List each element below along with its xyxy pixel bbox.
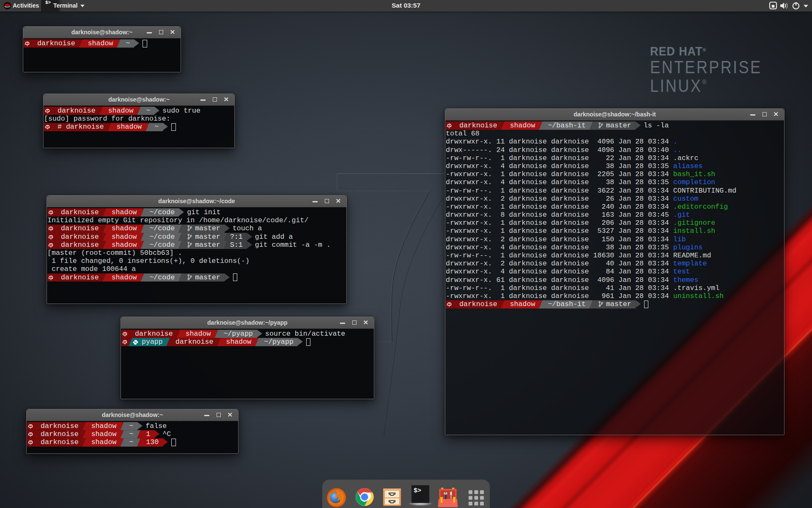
svg-text:$>: $> — [414, 487, 421, 494]
